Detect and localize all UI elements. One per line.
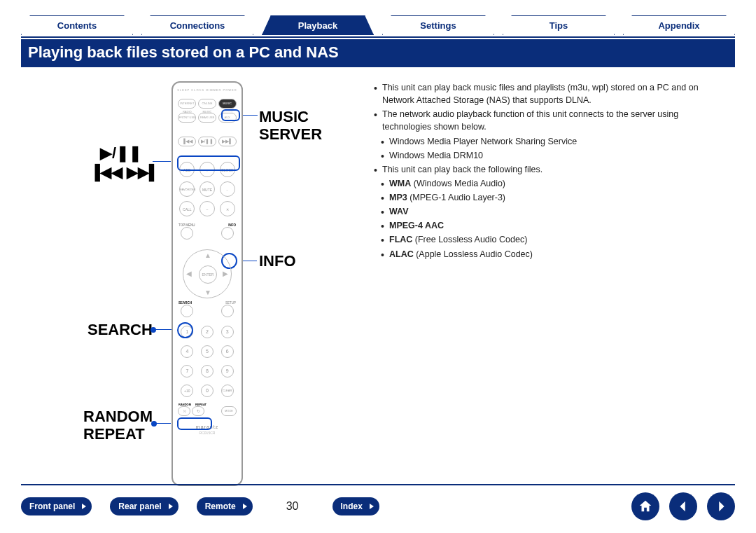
- format-mp3: MP3 (MPEG-1 Audio Layer-3): [371, 191, 728, 204]
- highlight-random-repeat: [177, 417, 212, 430]
- btn-skip-prev: ▐◀◀: [178, 137, 196, 146]
- format-wav: WAV: [371, 205, 728, 218]
- highlight-music-server: [221, 109, 240, 121]
- remote-diagram-area: MUSIC SERVER ▶/❚❚ ▐◀◀ ▶▶▌ INFO SEARCH RA…: [21, 81, 371, 473]
- btn-setup: [221, 305, 234, 317]
- bullet-3: This unit can play back the following fi…: [371, 163, 728, 176]
- num-6: 6: [221, 345, 234, 358]
- next-button[interactable]: [707, 492, 735, 520]
- footer: Front panel Rear panel Remote 30 Index: [21, 484, 735, 520]
- body-text: This unit can play back music files and …: [371, 81, 735, 473]
- num-5: 5: [201, 345, 214, 358]
- bullet-1: This unit can play back music files and …: [371, 81, 728, 106]
- format-alac: ALAC (Apple Lossless Audio Codec): [371, 248, 728, 261]
- highlight-search: [177, 322, 193, 338]
- btn-mute: MUTE: [200, 181, 215, 197]
- num-3: 3: [221, 326, 234, 338]
- prev-button[interactable]: [669, 492, 697, 520]
- highlight-transport: [177, 155, 240, 171]
- home-icon: [638, 499, 653, 514]
- tab-contents[interactable]: Contents: [21, 15, 133, 35]
- home-button[interactable]: [631, 492, 659, 520]
- btn-random: ⤮: [178, 406, 190, 416]
- arrow-left-icon: [676, 499, 691, 514]
- remote-model: RC015CR: [173, 431, 241, 435]
- footer-index[interactable]: Index: [332, 497, 379, 515]
- dpad: ▲ ▼ ◀ ▶ ENTER: [183, 249, 232, 298]
- callout-random-repeat: RANDOM REPEAT: [83, 408, 153, 443]
- btn-repeat: ↻: [192, 406, 204, 416]
- tab-appendix[interactable]: Appendix: [623, 15, 735, 35]
- tab-settings[interactable]: Settings: [382, 15, 494, 35]
- bullet-2a: Windows Media Player Network Sharing Ser…: [371, 135, 728, 148]
- btn-favorites: FAVORITES: [179, 181, 195, 197]
- btn-front-usb: FRONT USB: [178, 113, 196, 123]
- footer-rear-panel[interactable]: Rear panel: [110, 497, 178, 515]
- callout-playpause: ▶/❚❚: [100, 144, 141, 162]
- lbl-info: INFO: [228, 223, 236, 227]
- btn-rear-usb: REAR USB: [198, 113, 216, 123]
- callout-info: INFO: [259, 252, 296, 270]
- btn-topmenu: [181, 227, 193, 240]
- num-4: 4: [181, 345, 193, 358]
- btn-online-music: ONLINE MUSIC: [198, 99, 216, 109]
- arrow-right-icon: [713, 499, 729, 514]
- footer-front-panel[interactable]: Front panel: [21, 497, 92, 515]
- num-0: 0: [201, 385, 214, 397]
- bullet-2: The network audio playback function of t…: [371, 108, 728, 133]
- page-number: 30: [286, 500, 299, 513]
- footer-remote[interactable]: Remote: [197, 497, 253, 515]
- format-wma: WMA (Windows Media Audio): [371, 177, 728, 190]
- callout-search: SEARCH: [88, 321, 153, 338]
- callout-music-server: MUSIC SERVER: [259, 108, 322, 144]
- btn-call: CALL: [179, 201, 195, 216]
- tab-connections[interactable]: Connections: [141, 15, 253, 35]
- top-nav-tabs: Contents Connections Playback Settings T…: [21, 15, 735, 38]
- btn-skip-next: ▶▶▌: [218, 137, 237, 146]
- num-7: 7: [181, 365, 193, 378]
- btn-play-pause: ▶/❚❚: [198, 137, 216, 146]
- remote-top-labels: SLEEP CLOCK DIMMER POWER: [173, 88, 241, 92]
- tab-tips[interactable]: Tips: [503, 15, 615, 35]
- tab-playback[interactable]: Playback: [262, 15, 374, 35]
- btn-enter: ENTER: [199, 265, 217, 284]
- page-title: Playing back files stored on a PC and NA…: [21, 39, 735, 67]
- bullet-2b: Windows Media DRM10: [371, 149, 728, 162]
- format-aac: MPEG-4 AAC: [371, 219, 728, 232]
- num-p10: +10: [181, 385, 193, 397]
- btn-mode: MODE: [221, 406, 237, 416]
- btn-info: [221, 227, 234, 240]
- num-9: 9: [221, 365, 234, 378]
- num-2: 2: [201, 326, 214, 338]
- num-8: 8: [201, 365, 214, 378]
- btn-music-server: MUSIC SERVER: [218, 99, 237, 109]
- format-flac: FLAC (Free Lossless Audio Codec): [371, 233, 728, 246]
- btn-clear: CLEAR: [221, 385, 234, 397]
- callout-skip: ▐◀◀ ▶▶▌: [90, 164, 160, 181]
- btn-internet-radio: INTERNET RADIO: [178, 99, 196, 109]
- btn-search: [181, 305, 193, 317]
- btn-spare: ✕: [220, 201, 235, 216]
- btn-voldn: –: [220, 181, 235, 197]
- remote-control: SLEEP CLOCK DIMMER POWER INTERNET RADIO …: [172, 81, 243, 486]
- btn-volminus: –: [200, 201, 215, 216]
